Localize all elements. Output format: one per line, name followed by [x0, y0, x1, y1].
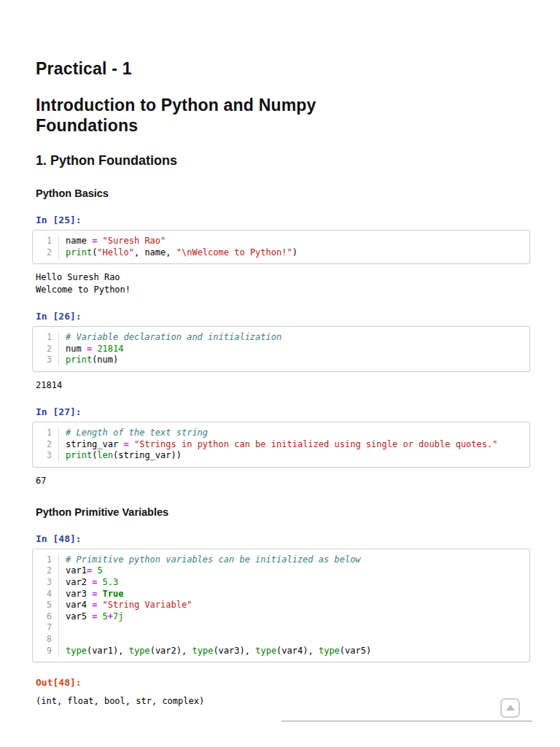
token: (	[213, 646, 218, 656]
code-line: 7	[33, 622, 529, 634]
input-prompt: In [27]:	[36, 406, 530, 417]
code-line: 3print(num)	[33, 355, 529, 366]
notebook-blocks: Python BasicsIn [25]:1name = "Suresh Rao…	[36, 187, 530, 708]
token: )	[292, 247, 298, 258]
line-number: 7	[33, 622, 59, 634]
token: type	[129, 646, 150, 656]
token: var2	[155, 646, 176, 656]
code-cell: 1name = "Suresh Rao"2print("Hello", name…	[32, 230, 530, 264]
code-cell: 1# Primitive python variables can be ini…	[32, 549, 530, 662]
token: 21814	[97, 344, 123, 354]
code-text: var4 = "String Variable"	[59, 600, 192, 611]
token: 5	[97, 565, 102, 576]
code-text: print(num)	[59, 355, 118, 366]
token: "Strings in python can be initialized us…	[134, 439, 498, 449]
token: type	[66, 646, 87, 656]
token: name	[66, 236, 92, 246]
token: string_var	[66, 439, 123, 449]
line-number: 1	[33, 332, 59, 344]
line-number: 2	[33, 247, 59, 259]
token	[97, 589, 102, 599]
code-cell: 1# Length of the text string2string_var …	[32, 422, 530, 468]
code-line: 1# Variable declaration and initializati…	[33, 332, 529, 344]
token: print	[66, 247, 92, 258]
subsection-heading: Python Primitive Variables	[36, 506, 530, 519]
code-line: 1# Primitive python variables can be ini…	[33, 554, 529, 566]
line-number: 5	[33, 600, 59, 611]
code-text: string_var = "Strings in python can be i…	[59, 439, 497, 451]
line-number: 3	[33, 450, 59, 462]
code-text: var2 = 5.3	[59, 577, 118, 589]
token: var1	[66, 565, 87, 576]
code-text: # Primitive python variables can be init…	[59, 554, 361, 566]
doc-subtitle: Introduction to Python and Numpy Foundat…	[36, 95, 400, 136]
code-cell: 1# Variable declaration and initializati…	[32, 326, 530, 372]
line-number: 9	[33, 646, 59, 657]
token: 5.3	[103, 577, 119, 587]
line-number: 3	[33, 577, 59, 589]
code-text: # Variable declaration and initializatio…	[59, 332, 281, 344]
token: var3	[66, 589, 92, 599]
line-number: 1	[33, 554, 59, 566]
token: )	[113, 355, 118, 365]
code-text	[59, 622, 71, 634]
code-text: name = "Suresh Rao"	[59, 236, 166, 247]
token: var2	[66, 577, 92, 587]
code-line: 2num = 21814	[33, 344, 529, 355]
code-line: 2string_var = "Strings in python can be …	[33, 439, 529, 451]
code-line: 2print("Hello", name, "\nWelcome to Pyth…	[33, 247, 529, 259]
token: var4	[66, 600, 92, 610]
subsection-heading: Python Basics	[36, 187, 530, 200]
token	[97, 577, 102, 587]
token: (	[340, 646, 345, 656]
token: "String Variable"	[103, 600, 192, 610]
code-text: var5 = 5+7j	[59, 611, 124, 623]
code-text: num = 21814	[59, 344, 124, 355]
line-number: 8	[33, 634, 59, 646]
page-divider	[281, 721, 532, 721]
token: len	[97, 450, 113, 460]
token: # Length of the text string	[66, 427, 208, 438]
code-text: type(var1), type(var2), type(var3), type…	[59, 646, 371, 657]
token: 5	[103, 611, 108, 622]
line-number: 3	[33, 355, 59, 366]
token: )	[366, 646, 371, 656]
token	[97, 236, 102, 246]
token: "\nWelcome to Python!"	[176, 247, 292, 258]
line-number: 4	[33, 589, 59, 600]
token: # Primitive python variables can be init…	[66, 554, 361, 565]
code-text: var3 = True	[59, 589, 124, 600]
token: "Hello"	[97, 247, 134, 258]
code-text: print(len(string_var))	[59, 450, 182, 462]
token: name	[144, 247, 166, 258]
token: var4	[281, 646, 303, 656]
scroll-top-button[interactable]	[500, 698, 520, 718]
code-text: print("Hello", name, "\nWelcome to Pytho…	[59, 247, 298, 259]
stream-output: 67	[36, 475, 530, 487]
token: var3	[219, 646, 240, 656]
output-prompt: Out[48]:	[36, 677, 530, 688]
token: print	[66, 450, 92, 460]
token: # Variable declaration and initializatio…	[66, 332, 281, 342]
token: +	[108, 611, 113, 622]
token: 7j	[113, 611, 123, 622]
code-line: 3print(len(string_var))	[33, 450, 529, 462]
up-arrow-icon	[506, 705, 515, 711]
token: ),	[240, 646, 256, 656]
code-line: 6var5 = 5+7j	[33, 611, 529, 623]
code-text	[59, 634, 71, 646]
code-line: 4var3 = True	[33, 589, 529, 600]
token	[97, 611, 102, 622]
token: ),	[303, 646, 319, 656]
document-page: Practical - 1 Introduction to Python and…	[0, 0, 560, 708]
section-heading: 1. Python Foundations	[36, 153, 530, 169]
token: string_var	[118, 450, 171, 460]
token: ,	[166, 247, 176, 258]
token: var5	[345, 646, 366, 656]
line-number: 2	[33, 439, 59, 451]
code-line: 1# Length of the text string	[33, 427, 529, 439]
token: type	[319, 646, 340, 656]
token: (	[150, 646, 155, 656]
result-output: (int, float, bool, str, complex)	[36, 695, 530, 708]
line-number: 2	[33, 344, 59, 355]
